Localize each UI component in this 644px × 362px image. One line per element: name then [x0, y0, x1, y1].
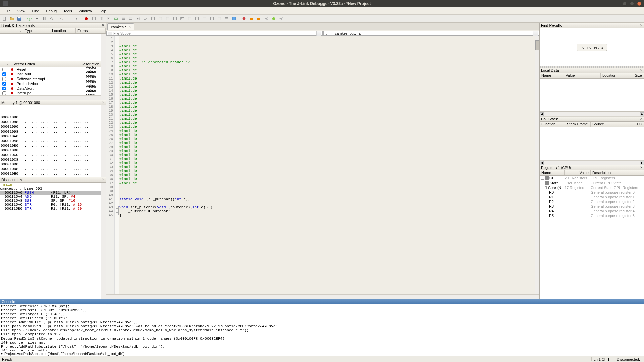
checkbox[interactable]	[0, 91, 8, 95]
checkbox[interactable]	[0, 68, 8, 71]
editor-line[interactable]: #include	[119, 68, 535, 72]
editor-line[interactable]: #include	[119, 64, 535, 68]
scrollbar-horizontal[interactable]	[0, 95, 101, 100]
editor-line[interactable]: #include	[119, 157, 535, 161]
close-icon[interactable]	[639, 117, 643, 121]
col-name[interactable]: Name	[540, 73, 564, 78]
fold-gutter[interactable]: -++	[115, 36, 119, 294]
toolbar-icon-c[interactable]	[105, 15, 112, 22]
toolbar-picture-icon[interactable]	[179, 15, 186, 22]
toolbar-icon-l[interactable]	[194, 15, 200, 22]
new-file-icon[interactable]	[1, 15, 8, 22]
editor-line[interactable]: #include	[119, 56, 535, 60]
col-stackframe[interactable]: Stack Frame	[565, 122, 591, 127]
editor-line[interactable]: #include	[119, 161, 535, 165]
editor-line[interactable]: #include	[119, 105, 535, 109]
editor-line[interactable]	[119, 40, 535, 44]
menu-find[interactable]: Find	[29, 8, 42, 14]
editor-line[interactable]: #include	[119, 101, 535, 105]
toolbar-icon-d[interactable]	[113, 15, 119, 22]
register-row[interactable]: R5 General purpose register 5	[540, 213, 644, 218]
toolbar-orange-cloud-icon[interactable]	[248, 15, 255, 22]
menu-view[interactable]: View	[15, 8, 28, 14]
toolbar-icon-o[interactable]	[216, 15, 223, 22]
register-row[interactable]: -CPU 201 RegistersCPU Registers	[540, 176, 644, 180]
function-dropdown[interactable]: ƒ __camkes_putchar ▼	[323, 31, 539, 36]
register-row[interactable]: State User ModeCurrent CPU State	[540, 180, 644, 185]
toolbar-icon-j[interactable]	[172, 15, 178, 22]
editor-line[interactable]: #include	[119, 173, 535, 177]
editor-line[interactable]: static void (* _putchar)(int c);	[119, 197, 535, 201]
toolbar-step-forward-icon[interactable]	[135, 15, 141, 22]
editor-line[interactable]: #include	[119, 165, 535, 169]
col-size[interactable]: Size	[631, 73, 644, 78]
toolbar-icon-a[interactable]	[91, 15, 97, 22]
editor-line[interactable]: #include	[119, 149, 535, 153]
checkbox[interactable]	[0, 77, 8, 81]
col-type[interactable]: Type	[23, 28, 50, 33]
editor-line[interactable]: #include	[119, 72, 535, 76]
editor-line[interactable]: #include	[119, 52, 535, 56]
col-description[interactable]: Description	[591, 170, 644, 175]
run-icon[interactable]	[26, 15, 33, 22]
editor-line[interactable]: #include	[119, 153, 535, 157]
col-location[interactable]: Location	[601, 73, 631, 78]
toolbar-icon-f[interactable]	[127, 15, 134, 22]
editor-line[interactable]: #include /* generated header */	[119, 60, 535, 64]
toolbar-icon-list[interactable]	[223, 15, 230, 22]
register-row[interactable]: R0 General purpose register 0	[540, 190, 644, 195]
dropdown-icon[interactable]	[34, 15, 40, 22]
register-row[interactable]: -Core (N… 17 RegistersCurrent State CPU …	[540, 185, 644, 190]
editor-line[interactable]: #include	[119, 181, 535, 185]
editor-line[interactable]	[119, 193, 535, 197]
editor-line[interactable]: #include	[119, 109, 535, 113]
col-extras[interactable]: Extras	[76, 28, 106, 33]
editor-line[interactable]: #include	[119, 141, 535, 145]
col-source[interactable]: Source	[591, 122, 631, 127]
maximize-button[interactable]	[630, 2, 634, 6]
editor-line[interactable]: #include	[119, 137, 535, 141]
menu-tools[interactable]: Tools	[61, 8, 75, 14]
editor-content[interactable]: #include #include #include #include #inc…	[119, 36, 535, 294]
disassembly-row[interactable]: 000115B0STRR1, [R11, #-20]	[0, 207, 106, 211]
editor-line[interactable]: #include	[119, 97, 535, 101]
record-icon[interactable]	[83, 15, 90, 22]
toolbar-gray-plane-icon[interactable]	[263, 15, 270, 22]
register-row[interactable]: R2 General purpose register 2	[540, 199, 644, 204]
checkbox[interactable]	[0, 82, 8, 86]
toolbar-icon-h[interactable]	[157, 15, 164, 22]
editor-line[interactable]: #include	[119, 145, 535, 149]
scope-dropdown[interactable]: File Scope ▼	[106, 31, 323, 36]
editor-line[interactable]: #include	[119, 121, 535, 125]
editor-line[interactable]: #include	[119, 129, 535, 133]
editor-line[interactable]: #include	[119, 113, 535, 117]
editor-line[interactable]: }	[119, 213, 535, 217]
text-w-icon[interactable]: W	[142, 15, 149, 22]
editor-line[interactable]: #include	[119, 44, 535, 48]
close-window-button[interactable]	[637, 2, 641, 6]
open-file-icon[interactable]	[9, 15, 15, 22]
col-name[interactable]: Name	[540, 170, 565, 175]
toolbar-gray-plane2-icon[interactable]	[278, 15, 284, 22]
editor-line[interactable]: void set_putchar(void (*putchar)(int c))…	[119, 205, 535, 209]
close-icon[interactable]	[101, 101, 105, 105]
close-icon[interactable]	[639, 166, 643, 170]
toolbar-red-circle-icon[interactable]	[241, 15, 247, 22]
toolbar-icon-i[interactable]	[164, 15, 171, 22]
scrollbar-vertical[interactable]	[535, 36, 539, 294]
disassembly-row[interactable]: 000115A4ADDR11, SP, #4	[0, 195, 106, 199]
disassembly-row[interactable]: 000115A8SUBSP, SP, #16	[0, 199, 106, 203]
disassembly-view[interactable]: maincamkes.c , Line 593000115A0PUSH{R11,…	[0, 183, 106, 299]
editor-line[interactable]: #include	[119, 76, 535, 81]
editor-line[interactable]	[119, 36, 535, 40]
editor-line[interactable]	[119, 185, 535, 189]
close-icon[interactable]	[639, 69, 643, 72]
register-row[interactable]: R1 General purpose register 1	[540, 195, 644, 199]
registers-body[interactable]: -CPU 201 RegistersCPU RegistersState Use…	[540, 176, 644, 299]
close-icon[interactable]	[639, 24, 643, 28]
step-into-icon[interactable]	[66, 15, 72, 22]
checkbox[interactable]	[0, 72, 8, 76]
toolbar-icon-g[interactable]	[150, 15, 156, 22]
col-function[interactable]: Function	[540, 122, 565, 127]
memory-view[interactable]: 00001080. . . . .. .. .. . . .......0000…	[0, 105, 106, 177]
